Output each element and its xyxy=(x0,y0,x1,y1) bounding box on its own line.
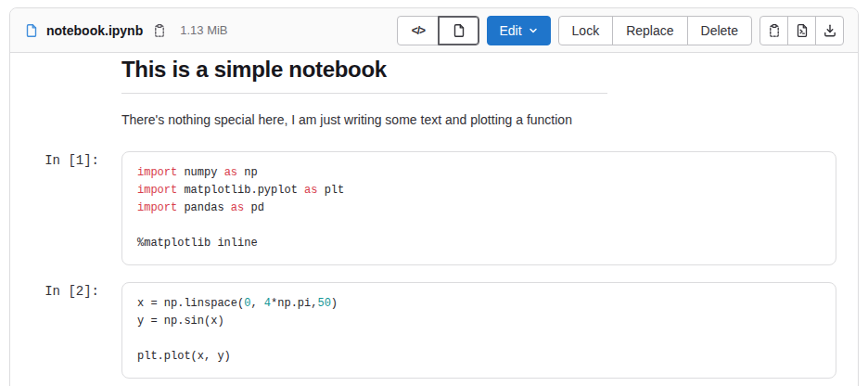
file-actions: </> Edit xyxy=(397,16,844,45)
cell-gutter xyxy=(10,57,121,129)
code-token: plt.plot(x, y) xyxy=(137,350,231,363)
download-icon xyxy=(823,23,837,38)
code-token: numpy xyxy=(177,166,223,179)
code-token: y = np.sin(x) xyxy=(137,315,224,328)
delete-button[interactable]: Delete xyxy=(687,16,752,45)
display-rendered-button[interactable] xyxy=(438,16,479,45)
document-icon xyxy=(24,23,39,38)
open-raw-button[interactable] xyxy=(787,16,816,45)
code-icon: </> xyxy=(412,24,425,37)
view-toggle-group: </> xyxy=(397,16,479,45)
code-token: *np.pi, xyxy=(271,297,317,310)
file-viewer: notebook.ipynb 1.13 MiB </> xyxy=(9,7,859,386)
display-source-button[interactable]: </> xyxy=(397,16,439,45)
file-title-area: notebook.ipynb 1.13 MiB xyxy=(24,21,228,40)
code-token: plt xyxy=(317,184,344,197)
notebook-heading: This is a simple notebook xyxy=(121,57,607,83)
file-utility-group xyxy=(760,16,844,45)
code-line: import matplotlib.pyplot as plt xyxy=(137,182,821,199)
code-line: import numpy as np xyxy=(137,164,821,182)
cell-prompt: In [1]: xyxy=(10,151,121,265)
code-block[interactable]: x = np.linspace(0, 4*np.pi,50)y = np.sin… xyxy=(121,282,836,379)
file-name: notebook.ipynb xyxy=(46,23,143,38)
download-button[interactable] xyxy=(815,16,844,45)
code-cell: In [2]: x = np.linspace(0, 4*np.pi,50)y … xyxy=(10,282,858,379)
code-line: %matplotlib inline xyxy=(137,235,821,252)
file-action-group: Lock Replace Delete xyxy=(558,16,752,45)
code-token: x = np.linspace( xyxy=(137,297,244,310)
notebook-cells: In [1]: import numpy as npimport matplot… xyxy=(10,151,858,379)
copy-to-clipboard-icon xyxy=(767,23,782,38)
code-token: import xyxy=(137,201,177,214)
code-token: %matplotlib inline xyxy=(137,237,258,250)
code-token: np xyxy=(237,166,258,179)
code-block[interactable]: import numpy as npimport matplotlib.pypl… xyxy=(121,151,836,265)
copy-to-clipboard-icon xyxy=(152,23,167,38)
file-icon xyxy=(452,23,466,38)
notebook-content: This is a simple notebook There's nothin… xyxy=(10,53,858,386)
code-token: pandas xyxy=(177,201,231,214)
code-token: import xyxy=(137,184,177,197)
code-line xyxy=(137,330,821,348)
code-token: as xyxy=(304,184,317,197)
code-token: as xyxy=(231,201,244,214)
lock-button[interactable]: Lock xyxy=(558,16,614,45)
code-token: matplotlib.pyplot xyxy=(177,184,304,197)
markdown-body: This is a simple notebook There's nothin… xyxy=(121,57,607,129)
edit-dropdown-button[interactable]: Edit xyxy=(487,16,550,45)
copy-file-contents-button[interactable] xyxy=(760,16,788,45)
chevron-down-icon xyxy=(528,25,539,36)
notebook-paragraph: There's nothing special here, I am just … xyxy=(121,110,607,129)
code-line xyxy=(137,217,821,235)
code-line: import pandas as pd xyxy=(137,199,821,217)
replace-button[interactable]: Replace xyxy=(612,16,687,45)
code-line: x = np.linspace(0, 4*np.pi,50) xyxy=(137,295,821,313)
cell-prompt: In [2]: xyxy=(10,282,121,379)
code-token: import xyxy=(137,166,177,179)
code-token: pd xyxy=(244,201,264,214)
code-line: y = np.sin(x) xyxy=(137,313,821,330)
code-cell: In [1]: import numpy as npimport matplot… xyxy=(10,151,858,265)
markdown-cell: This is a simple notebook There's nothin… xyxy=(10,57,858,129)
code-token: , xyxy=(250,297,263,310)
code-token: 4 xyxy=(264,297,271,310)
code-token: ) xyxy=(331,297,338,310)
edit-label: Edit xyxy=(499,23,521,38)
code-token: 50 xyxy=(317,297,330,310)
copy-file-path-button[interactable] xyxy=(150,21,169,40)
file-size: 1.13 MiB xyxy=(180,23,227,37)
code-line: plt.plot(x, y) xyxy=(137,348,821,366)
heading-rule xyxy=(121,93,607,94)
code-token: as xyxy=(224,166,237,179)
file-code-icon xyxy=(795,23,810,38)
file-header: notebook.ipynb 1.13 MiB </> xyxy=(10,8,858,53)
